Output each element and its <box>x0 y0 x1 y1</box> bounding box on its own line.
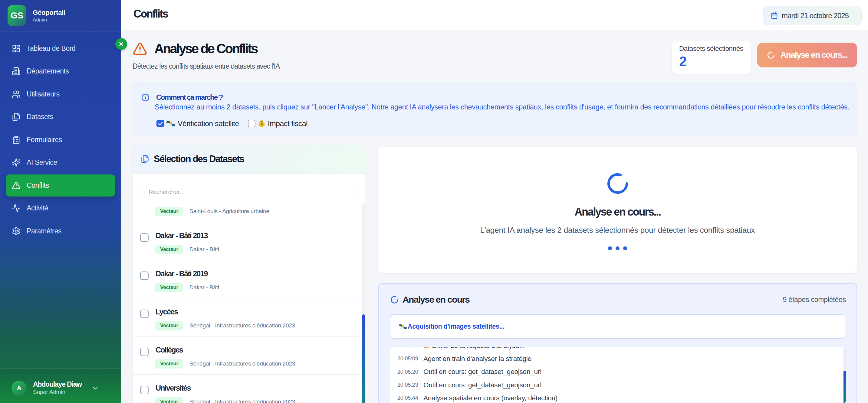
svg-text:$: $ <box>260 123 262 126</box>
